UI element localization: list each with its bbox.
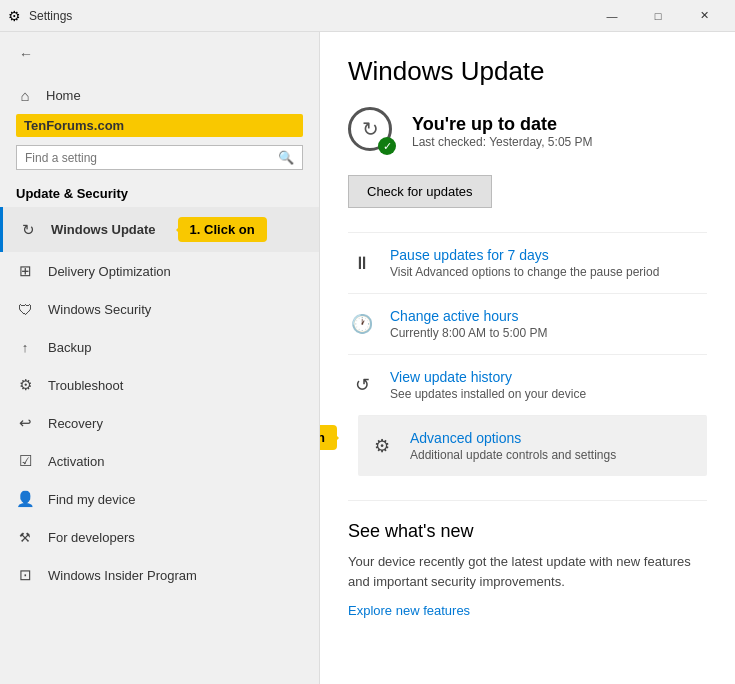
page-title: Windows Update <box>348 56 707 87</box>
advanced-options-option[interactable]: ⚙ Advanced options Additional update con… <box>358 415 707 476</box>
recovery-icon: ↩ <box>16 414 34 432</box>
find-device-icon: 👤 <box>16 490 34 508</box>
titlebar-left: ⚙ Settings <box>8 8 72 24</box>
backup-icon: ↑ <box>16 338 34 356</box>
update-history-text: View update history See updates installe… <box>390 369 586 401</box>
sidebar-item-troubleshoot[interactable]: ⚙ Troubleshoot <box>0 366 319 404</box>
search-box: 🔍 <box>16 145 303 170</box>
windows-update-icon: ↻ <box>19 221 37 239</box>
backup-label: Backup <box>48 340 91 355</box>
sidebar-item-windows-security[interactable]: 🛡 Windows Security <box>0 290 319 328</box>
pause-icon: ⏸ <box>348 249 376 277</box>
sidebar-item-recovery[interactable]: ↩ Recovery <box>0 404 319 442</box>
back-button[interactable]: ← <box>12 40 40 68</box>
windows-security-label: Windows Security <box>48 302 151 317</box>
check-updates-button[interactable]: Check for updates <box>348 175 492 208</box>
advanced-options-icon: ⚙ <box>368 432 396 460</box>
sidebar-item-activation[interactable]: ☑ Activation <box>0 442 319 480</box>
sidebar-item-windows-update[interactable]: ↻ Windows Update 1. Click on <box>0 207 319 252</box>
windows-insider-label: Windows Insider Program <box>48 568 197 583</box>
status-text: You're up to date Last checked: Yesterda… <box>412 114 593 149</box>
whats-new-description: Your device recently got the latest upda… <box>348 552 707 591</box>
home-label: Home <box>46 88 81 103</box>
windows-insider-icon: ⊡ <box>16 566 34 584</box>
sidebar-item-windows-insider[interactable]: ⊡ Windows Insider Program <box>0 556 319 594</box>
sidebar: ← ⌂ Home TenForums.com 🔍 Update & Securi… <box>0 32 320 684</box>
main-panel: Windows Update ↻ ✓ You're up to date Las… <box>320 32 735 684</box>
titlebar: ⚙ Settings — □ ✕ <box>0 0 735 32</box>
sidebar-item-for-developers[interactable]: ⚒ For developers <box>0 518 319 556</box>
windows-update-label: Windows Update <box>51 222 156 237</box>
home-icon: ⌂ <box>16 86 34 104</box>
update-history-desc: See updates installed on your device <box>390 387 586 401</box>
for-developers-label: For developers <box>48 530 135 545</box>
sidebar-nav-top: ← <box>0 32 319 76</box>
find-device-label: Find my device <box>48 492 135 507</box>
recovery-label: Recovery <box>48 416 103 431</box>
section-title: Update & Security <box>0 178 319 207</box>
active-hours-desc: Currently 8:00 AM to 5:00 PM <box>390 326 547 340</box>
status-subtitle: Last checked: Yesterday, 5:05 PM <box>412 135 593 149</box>
pause-updates-option[interactable]: ⏸ Pause updates for 7 days Visit Advance… <box>348 232 707 293</box>
search-icon: 🔍 <box>278 150 294 165</box>
explore-features-link[interactable]: Explore new features <box>348 603 470 618</box>
minimize-button[interactable]: — <box>589 0 635 32</box>
for-developers-icon: ⚒ <box>16 528 34 546</box>
active-hours-text: Change active hours Currently 8:00 AM to… <box>390 308 547 340</box>
status-check-badge: ✓ <box>378 137 396 155</box>
active-hours-icon: 🕐 <box>348 310 376 338</box>
pause-updates-text: Pause updates for 7 days Visit Advanced … <box>390 247 659 279</box>
watermark: TenForums.com <box>16 114 303 137</box>
troubleshoot-label: Troubleshoot <box>48 378 123 393</box>
sidebar-item-home[interactable]: ⌂ Home <box>0 76 319 114</box>
active-hours-title[interactable]: Change active hours <box>390 308 547 324</box>
settings-window: ⚙ Settings — □ ✕ ← ⌂ Home TenForums.com <box>0 0 735 684</box>
sidebar-item-find-device[interactable]: 👤 Find my device <box>0 480 319 518</box>
app-icon: ⚙ <box>8 8 21 24</box>
update-history-icon: ↺ <box>348 371 376 399</box>
troubleshoot-icon: ⚙ <box>16 376 34 394</box>
status-title: You're up to date <box>412 114 593 135</box>
sidebar-item-delivery-optimization[interactable]: ⊞ Delivery Optimization <box>0 252 319 290</box>
callout-2: 2. Click on <box>320 425 337 450</box>
advanced-options-title[interactable]: Advanced options <box>410 430 616 446</box>
search-input[interactable] <box>25 151 272 165</box>
back-icon: ← <box>19 46 33 62</box>
callout-1: 1. Click on <box>178 217 267 242</box>
status-card: ↻ ✓ You're up to date Last checked: Yest… <box>348 107 707 155</box>
advanced-options-desc: Additional update controls and settings <box>410 448 616 462</box>
delivery-optimization-icon: ⊞ <box>16 262 34 280</box>
update-history-title[interactable]: View update history <box>390 369 586 385</box>
close-button[interactable]: ✕ <box>681 0 727 32</box>
activation-icon: ☑ <box>16 452 34 470</box>
delivery-optimization-label: Delivery Optimization <box>48 264 171 279</box>
pause-updates-desc: Visit Advanced options to change the pau… <box>390 265 659 279</box>
whats-new-title: See what's new <box>348 521 707 542</box>
titlebar-controls: — □ ✕ <box>589 0 727 32</box>
pause-updates-title[interactable]: Pause updates for 7 days <box>390 247 659 263</box>
update-icon-wrap: ↻ ✓ <box>348 107 396 155</box>
update-history-option[interactable]: ↺ View update history See updates instal… <box>348 354 707 415</box>
maximize-button[interactable]: □ <box>635 0 681 32</box>
activation-label: Activation <box>48 454 104 469</box>
whats-new-section: See what's new Your device recently got … <box>348 500 707 619</box>
advanced-options-text: Advanced options Additional update contr… <box>410 430 616 462</box>
titlebar-title: Settings <box>29 9 72 23</box>
main-content: ← ⌂ Home TenForums.com 🔍 Update & Securi… <box>0 32 735 684</box>
search-button[interactable]: 🔍 <box>278 150 294 165</box>
active-hours-option[interactable]: 🕐 Change active hours Currently 8:00 AM … <box>348 293 707 354</box>
advanced-options-row: 2. Click on ⚙ Advanced options Additiona… <box>348 415 707 476</box>
windows-security-icon: 🛡 <box>16 300 34 318</box>
sidebar-item-backup[interactable]: ↑ Backup <box>0 328 319 366</box>
